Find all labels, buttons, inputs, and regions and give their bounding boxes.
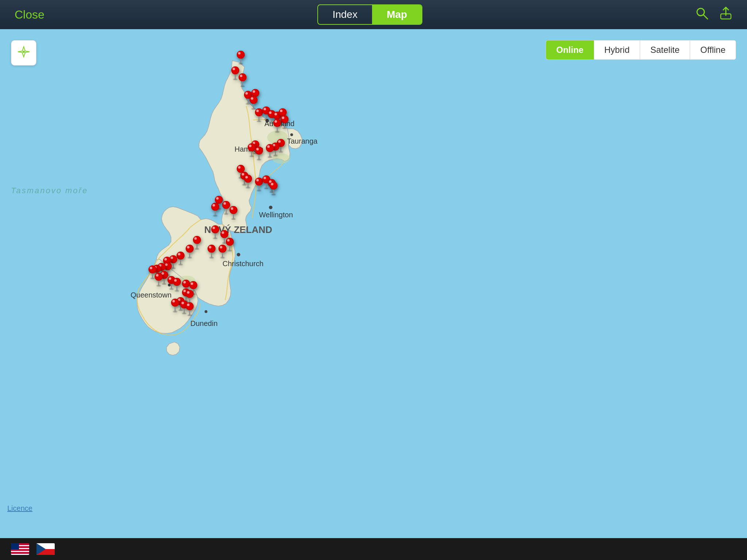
svg-point-105 (249, 144, 252, 147)
map-pin[interactable] (229, 206, 237, 221)
svg-point-180 (227, 239, 230, 241)
svg-point-170 (213, 227, 215, 229)
svg-point-165 (231, 207, 233, 210)
svg-point-12 (237, 253, 240, 257)
svg-point-115 (238, 166, 241, 169)
svg-point-135 (264, 176, 266, 179)
map-pin[interactable] (273, 119, 281, 134)
svg-point-295 (187, 304, 190, 306)
cz-flag-triangle (36, 543, 46, 555)
map-pin[interactable] (226, 238, 234, 253)
svg-point-235 (150, 267, 152, 269)
svg-point-250 (169, 277, 171, 280)
map-pin[interactable] (244, 175, 252, 190)
svg-point-95 (267, 145, 270, 148)
layer-hybrid-button[interactable]: Hybrid (594, 40, 640, 59)
svg-rect-4 (15, 29, 732, 538)
layer-online-button[interactable]: Online (546, 40, 594, 59)
map-pin[interactable] (248, 143, 256, 159)
svg-point-245 (156, 274, 159, 276)
map-pin[interactable] (177, 252, 185, 267)
svg-point-175 (222, 231, 224, 234)
svg-point-285 (173, 300, 175, 303)
svg-point-14 (205, 310, 208, 313)
header: Close Index Map (0, 0, 747, 29)
svg-point-205 (178, 253, 181, 255)
svg-point-40 (253, 90, 255, 93)
tab-index[interactable]: Index (318, 5, 372, 24)
svg-point-185 (220, 246, 222, 248)
map-pin[interactable] (255, 178, 263, 193)
location-icon (17, 45, 30, 61)
header-icons (695, 7, 732, 23)
nz-map-svg (0, 29, 747, 538)
layer-satelite-button[interactable]: Satelite (640, 40, 690, 59)
map-container[interactable]: Tasmanovo moře NOVÝ ZELAND Auckland Hami… (0, 29, 747, 538)
map-pin[interactable] (270, 182, 278, 197)
svg-point-75 (282, 117, 285, 119)
svg-point-25 (233, 67, 235, 70)
svg-point-195 (194, 237, 197, 240)
svg-point-130 (256, 179, 259, 181)
svg-point-65 (275, 113, 277, 116)
search-icon[interactable] (695, 7, 708, 23)
map-pin[interactable] (255, 108, 263, 124)
layer-offline-button[interactable]: Offline (690, 40, 736, 59)
map-pin[interactable] (222, 201, 230, 216)
map-pin[interactable] (173, 278, 181, 293)
map-layer-selector: Online Hybrid Satelite Offline (546, 40, 736, 60)
svg-point-265 (191, 283, 193, 285)
map-pin[interactable] (208, 245, 216, 260)
map-pin[interactable] (211, 203, 219, 218)
svg-point-50 (256, 109, 259, 112)
svg-point-160 (224, 202, 226, 205)
footer (0, 538, 747, 560)
map-pin[interactable] (211, 225, 219, 241)
svg-point-55 (264, 108, 266, 110)
tab-map[interactable]: Map (372, 5, 422, 24)
svg-point-125 (245, 176, 248, 179)
svg-point-260 (183, 281, 186, 283)
svg-point-145 (271, 183, 274, 186)
map-pin[interactable] (193, 236, 201, 251)
map-pin[interactable] (186, 245, 194, 260)
svg-point-215 (165, 258, 167, 261)
flag-cz[interactable] (36, 543, 55, 555)
map-pin[interactable] (255, 147, 263, 162)
svg-line-1 (704, 15, 708, 19)
flag-us[interactable] (11, 543, 29, 555)
svg-point-275 (187, 291, 190, 294)
svg-point-60 (269, 111, 272, 114)
licence-link[interactable]: Licence (7, 504, 32, 513)
map-pin[interactable] (155, 273, 163, 288)
location-button[interactable] (11, 40, 36, 66)
svg-point-30 (240, 74, 243, 77)
svg-point-290 (182, 302, 184, 304)
map-pin[interactable] (266, 144, 274, 159)
svg-point-15 (23, 51, 25, 53)
svg-point-10 (290, 133, 293, 136)
map-pin[interactable] (280, 115, 289, 131)
map-pin[interactable] (218, 245, 227, 260)
share-icon[interactable] (719, 7, 732, 23)
svg-point-190 (209, 246, 212, 248)
svg-point-45 (251, 97, 253, 100)
svg-point-20 (238, 52, 241, 54)
map-pin[interactable] (231, 66, 239, 82)
map-pin[interactable] (239, 73, 247, 89)
svg-point-80 (275, 120, 277, 122)
svg-point-110 (256, 148, 259, 151)
svg-point-70 (280, 109, 283, 112)
svg-point-11 (269, 206, 272, 209)
close-button[interactable]: Close (15, 8, 44, 22)
svg-point-255 (174, 279, 177, 281)
map-pin[interactable] (186, 302, 194, 318)
map-pin[interactable] (237, 51, 245, 66)
tab-group: Index Map (317, 4, 423, 25)
svg-point-155 (213, 204, 215, 206)
svg-point-200 (187, 246, 190, 248)
svg-point-35 (245, 92, 248, 94)
map-pin[interactable] (171, 299, 179, 314)
svg-point-150 (216, 197, 219, 199)
